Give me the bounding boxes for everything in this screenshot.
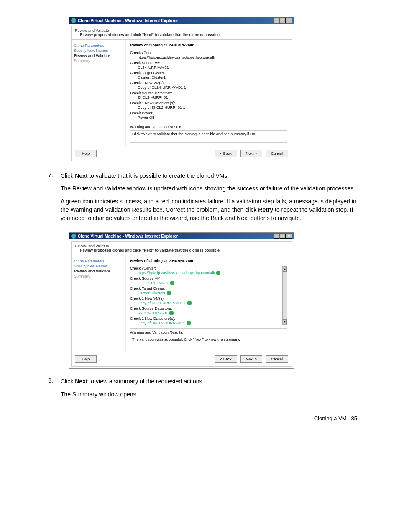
window-title: Clone Virtual Machine - Windows Internet… [78, 18, 178, 23]
warning-box: The validation was successful. Click "Ne… [130, 336, 287, 348]
next-button[interactable]: Next > [240, 150, 262, 157]
check-label: Check vCenter: [130, 51, 287, 55]
scroll-down-icon[interactable]: ▼ [283, 319, 287, 324]
minimize-button[interactable]: _ [274, 234, 279, 239]
check-label: Check Target Owner: [130, 71, 287, 75]
step-number: 7. [40, 172, 61, 226]
next-button[interactable]: Next > [240, 355, 262, 363]
page-footer: Cloning a VM 85 [40, 415, 359, 421]
check-value: Copy of SI-CL2-HURRI-01 1 [138, 321, 282, 325]
success-icon [169, 311, 174, 315]
content-pane: Review of Cloning CL2-HURRI-VM01 Check v… [126, 40, 292, 146]
check-value: https://hpic-ip.casldev.casl.adapps.hp.c… [138, 271, 282, 275]
scrollbar[interactable]: ▲ ▼ [282, 266, 287, 325]
success-icon [167, 291, 171, 295]
sidebar-item-review-validate[interactable]: Review and Validate [74, 53, 123, 58]
ie-icon [71, 234, 76, 239]
wizard-sidebar: Clone Parameters Specify New Names Revie… [72, 40, 126, 146]
dialog-review-validate-2: Clone Virtual Machine - Windows Internet… [69, 232, 294, 369]
check-label: Check 1 New Datastore(s): [130, 316, 282, 321]
footer-label: Cloning a VM [314, 415, 347, 421]
scroll-up-icon[interactable]: ▲ [283, 267, 287, 272]
dialog-review-validate-1: Clone Virtual Machine - Windows Internet… [69, 17, 294, 163]
check-label: Check Source Datastore: [130, 306, 282, 311]
cancel-button[interactable]: Cancel [266, 150, 288, 157]
check-value: Copy of CL2-HURRI-VM01 1 [138, 85, 287, 90]
header-title: Review and Validate [75, 28, 288, 33]
cancel-button[interactable]: Cancel [266, 355, 288, 363]
dialog-footer: Help < Back Next > Cancel [72, 146, 292, 161]
content-pane: Review of Cloning CL2-HURRI-VM01 Check v… [126, 255, 292, 352]
step-number: 8. [40, 377, 61, 403]
back-button[interactable]: < Back [215, 355, 237, 363]
check-label: Check Power: [130, 111, 287, 115]
header-subtitle: Review proposed clones and click "Next" … [75, 33, 288, 37]
check-value: Power Off [138, 116, 287, 120]
dialog-footer: Help < Back Next > Cancel [72, 352, 292, 366]
check-label: Check Source Datastore: [130, 91, 287, 95]
step-8-p2: The Summary window opens. [61, 390, 359, 398]
sidebar-item-specify-names[interactable]: Specify New Names [74, 48, 123, 53]
success-icon [187, 321, 191, 325]
check-list: Check vCenter: https://hpic-ip.casldev.c… [130, 266, 287, 329]
close-button[interactable]: × [286, 18, 292, 23]
minimize-button[interactable]: _ [274, 18, 279, 23]
check-label: Check Source VM: [130, 276, 282, 280]
window-title: Clone Virtual Machine - Windows Internet… [78, 234, 178, 239]
warning-label: Warning and Validation Results: [130, 330, 287, 334]
close-button[interactable]: × [286, 234, 292, 239]
dialog-header: Review and Validate Review proposed clon… [72, 26, 292, 40]
warning-box: Click "Next" to validate that the clonin… [130, 130, 287, 143]
check-value: Copy of SI-CL2-HURRI-01 1 [138, 105, 287, 110]
step-8: 8. Click Next to view a summary of the r… [40, 377, 359, 403]
step-7-p3: A green icon indicates success, and a re… [61, 197, 359, 223]
step-7: 7. Click Next to validate that it is pos… [40, 172, 359, 226]
header-subtitle: Review proposed clones and click "Next" … [75, 248, 288, 252]
check-label: Check 1 New Datastore(s): [130, 101, 287, 105]
check-value: CL2-HURRI-VM01 [138, 65, 287, 69]
success-icon [187, 301, 192, 305]
dialog-header: Review and Validate Review proposed clon… [72, 242, 292, 255]
check-value: Copy of CL2-HURRI-VM01 1 [138, 301, 282, 305]
help-button[interactable]: Help [75, 355, 97, 363]
success-icon [170, 281, 174, 285]
warning-label: Warning and Validation Results: [130, 125, 287, 129]
check-label: Check Source VM: [130, 61, 287, 65]
check-label: Check Target Owner: [130, 286, 282, 290]
step-8-p1: Click Next to view a summary of the requ… [61, 377, 359, 386]
check-label: Check 1 New VM(s): [130, 81, 287, 85]
sidebar-item-review-validate[interactable]: Review and Validate [74, 269, 123, 274]
check-value: SI-CL2-HURRI-01 [138, 95, 287, 100]
page-number: 85 [351, 415, 357, 421]
ie-icon [71, 18, 76, 23]
sidebar-item-clone-parameters[interactable]: Clone Parameters [74, 43, 123, 48]
window-controls: _ □ × [274, 18, 292, 23]
sidebar-item-clone-parameters[interactable]: Clone Parameters [74, 259, 123, 264]
check-label: Check vCenter: [130, 266, 282, 270]
check-value: Cluster: Cluster1 [138, 291, 282, 295]
check-value: CL2-HURRI-VM01 [138, 281, 282, 285]
titlebar: Clone Virtual Machine - Windows Internet… [69, 233, 294, 239]
check-label: Check 1 New VM(s): [130, 296, 282, 301]
wizard-sidebar: Clone Parameters Specify New Names Revie… [72, 255, 126, 352]
header-title: Review and Validate [75, 244, 288, 248]
window-controls: _ □ × [274, 234, 292, 239]
review-title: Review of Cloning CL2-HURRI-VM01 [130, 43, 287, 47]
success-icon [216, 271, 220, 275]
check-value: https://hpic-ip.casldev.casl.adapps.hp.c… [138, 55, 287, 59]
step-7-p2: The Review and Validate window is update… [61, 184, 359, 193]
sidebar-item-summary: Summary [74, 274, 123, 279]
back-button[interactable]: < Back [215, 150, 237, 157]
titlebar: Clone Virtual Machine - Windows Internet… [69, 17, 294, 24]
check-value: SI-CL2-HURRI-01 [138, 311, 282, 315]
check-value: Cluster: Cluster1 [138, 75, 287, 80]
maximize-button[interactable]: □ [280, 18, 286, 23]
review-title: Review of Cloning CL2-HURRI-VM01 [130, 259, 287, 263]
help-button[interactable]: Help [75, 150, 97, 157]
sidebar-item-specify-names[interactable]: Specify New Names [74, 264, 123, 269]
check-list: Check vCenter: https://hpic-ip.casldev.c… [130, 51, 287, 123]
step-7-p1: Click Next to validate that it is possib… [61, 172, 359, 180]
sidebar-item-summary: Summary [74, 58, 123, 63]
maximize-button[interactable]: □ [280, 234, 286, 239]
